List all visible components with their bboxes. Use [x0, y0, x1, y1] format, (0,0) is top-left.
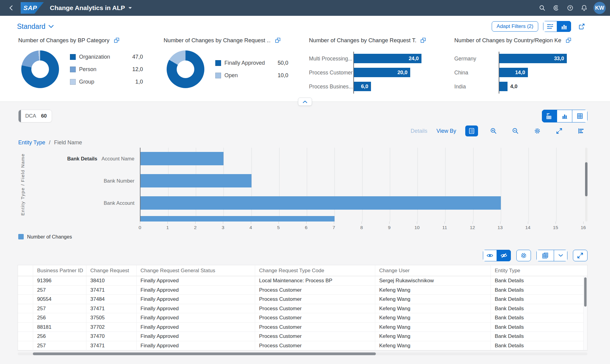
export-button[interactable] [536, 250, 554, 261]
breadcrumb-entity-type[interactable]: Entity Type [18, 139, 45, 146]
row-select-cell[interactable] [18, 286, 33, 295]
donut-chart[interactable] [167, 50, 204, 88]
hide-details-button[interactable] [497, 250, 511, 261]
view-by-button[interactable]: View By [436, 128, 456, 134]
column-header[interactable]: Change Request [86, 265, 137, 276]
row-select-cell[interactable] [18, 332, 33, 341]
chart-settings-button[interactable] [531, 125, 544, 136]
export-menu-button[interactable] [554, 250, 567, 261]
chart-bar[interactable] [140, 152, 224, 165]
cell: Finally Approved [137, 313, 255, 323]
cell: Process Customer [255, 295, 375, 304]
chevron-up-icon [303, 100, 307, 103]
table-settings-button[interactable] [516, 250, 531, 261]
row-select-cell[interactable] [18, 304, 33, 314]
table-row[interactable]: 25737471Finally ApprovedProcess Customer… [18, 341, 587, 351]
kpi-view-button[interactable] [557, 21, 571, 32]
kpi-bar: 24,0 [354, 54, 421, 63]
gridline [251, 148, 252, 221]
legend-item[interactable]: Person12,0 [70, 66, 143, 73]
shell-left: SAP Change Analytics in ALP [4, 1, 132, 15]
dca-kpi-chip[interactable]: DCA 60 [18, 110, 52, 122]
gridline [307, 148, 307, 221]
table-scrollbar-track [583, 276, 587, 350]
legend-item[interactable]: Organization47,0 [70, 54, 143, 60]
kpi-card[interactable]: Number of Changes by BP CategoryOrganiza… [18, 37, 156, 94]
hybrid-view-button[interactable] [542, 110, 557, 122]
kpi-bar-row[interactable]: Germany33,0 [454, 52, 592, 66]
row-select-cell[interactable] [18, 295, 33, 304]
column-header[interactable]: Change Request General Status [137, 265, 255, 276]
chart-bar[interactable] [140, 196, 501, 210]
sap-logo[interactable]: SAP [21, 2, 44, 14]
table-row[interactable]: 25737471Finally ApprovedProcess Customer… [18, 304, 587, 314]
table-row[interactable]: 8818137702Finally ApprovedProcess Custom… [18, 323, 587, 332]
legend-toggle-button[interactable] [465, 125, 478, 136]
show-details-button[interactable] [483, 250, 497, 261]
kpi-card[interactable]: Number of Changes by Change Request T...… [309, 37, 446, 94]
variant-selector[interactable]: Standard [17, 22, 54, 31]
chart-type-button[interactable] [575, 125, 587, 136]
kpi-bar-row[interactable]: Process Busines...6,0 [309, 80, 446, 94]
chart-view-button[interactable] [557, 110, 572, 122]
legend-item[interactable]: Open10,0 [215, 72, 288, 79]
table-row[interactable]: 25737471Finally ApprovedProcess Customer… [18, 286, 587, 295]
table-row[interactable]: 9139638410Finally ApprovedLocal Maintena… [18, 276, 587, 286]
cell: Bank Details [491, 313, 587, 323]
table-row[interactable]: 9055437484Finally ApprovedProcess Custom… [18, 295, 587, 304]
row-select-cell[interactable] [18, 341, 33, 351]
main-bar-chart: Entity Type / Field Name Bank Details Ac… [18, 148, 587, 232]
adapt-filters-button[interactable]: Adapt Filters (2) [492, 21, 538, 32]
row-select-cell[interactable] [18, 313, 33, 323]
chart-bar-partial[interactable] [140, 216, 334, 221]
open-in-new-button[interactable] [114, 37, 120, 43]
copilot-button[interactable] [549, 1, 563, 15]
kpi-card[interactable]: Number of Changes by Country/Region KeyG… [454, 37, 592, 94]
column-header[interactable]: Change Request Type Code [255, 265, 375, 276]
open-in-new-button[interactable] [420, 37, 426, 43]
avatar[interactable]: KW [594, 2, 606, 14]
app-title-menu[interactable]: Change Analytics in ALP [50, 4, 132, 12]
kpi-bar-row[interactable]: Multi Processing...24,0 [309, 52, 446, 66]
cell: Bank Details [491, 341, 587, 351]
select-all-cell[interactable] [18, 265, 33, 276]
collapse-header-button[interactable] [298, 98, 312, 106]
details-button[interactable]: Details [411, 128, 427, 134]
row-select-cell[interactable] [18, 276, 33, 286]
back-button[interactable] [4, 1, 18, 15]
row-select-cell[interactable] [18, 323, 33, 332]
legend-item[interactable]: Finally Approved50,0 [215, 60, 288, 66]
share-button[interactable] [576, 21, 587, 32]
kpi-card[interactable]: Number of Changes by Change Request ...F… [164, 37, 301, 94]
kpi-bar-row[interactable]: China14,0 [454, 66, 592, 80]
notifications-button[interactable] [577, 1, 591, 15]
kpi-bar-row[interactable]: India4,0 [454, 80, 592, 94]
column-header[interactable]: Change User [375, 265, 491, 276]
open-in-new-button[interactable] [566, 37, 572, 43]
zoom-out-button[interactable] [509, 125, 522, 136]
chart-fullscreen-button[interactable] [553, 125, 566, 136]
search-button[interactable] [535, 1, 549, 15]
kpi-bar-row[interactable]: Process Customer20,0 [309, 66, 446, 80]
table-fullscreen-button[interactable] [573, 250, 587, 261]
filterbar-view-button[interactable] [543, 21, 557, 32]
donut-chart[interactable] [21, 50, 59, 88]
table-row[interactable]: 25637470Finally ApprovedProcess Customer… [18, 332, 587, 341]
x-tick-label: 6 [305, 225, 307, 230]
column-header[interactable]: Business Partner ID [33, 265, 86, 276]
zoom-in-button[interactable] [487, 125, 500, 136]
table-row[interactable]: 25637505Finally ApprovedProcess Customer… [18, 313, 587, 323]
help-button[interactable]: ? [563, 1, 577, 15]
legend-item[interactable]: Group1,0 [70, 79, 143, 85]
gridline [445, 148, 445, 221]
column-header[interactable]: Entity Type [491, 265, 587, 276]
cell: Finally Approved [137, 276, 255, 286]
chart-bar[interactable] [140, 174, 251, 187]
open-in-new-button[interactable] [275, 37, 281, 43]
cell: 88181 [33, 323, 86, 332]
chart-scrollbar[interactable] [585, 162, 587, 196]
table-scrollbar[interactable] [584, 277, 587, 307]
table-view-button[interactable] [572, 110, 587, 122]
table-hscrollbar[interactable] [33, 352, 376, 355]
open-in-new-icon [566, 37, 572, 43]
